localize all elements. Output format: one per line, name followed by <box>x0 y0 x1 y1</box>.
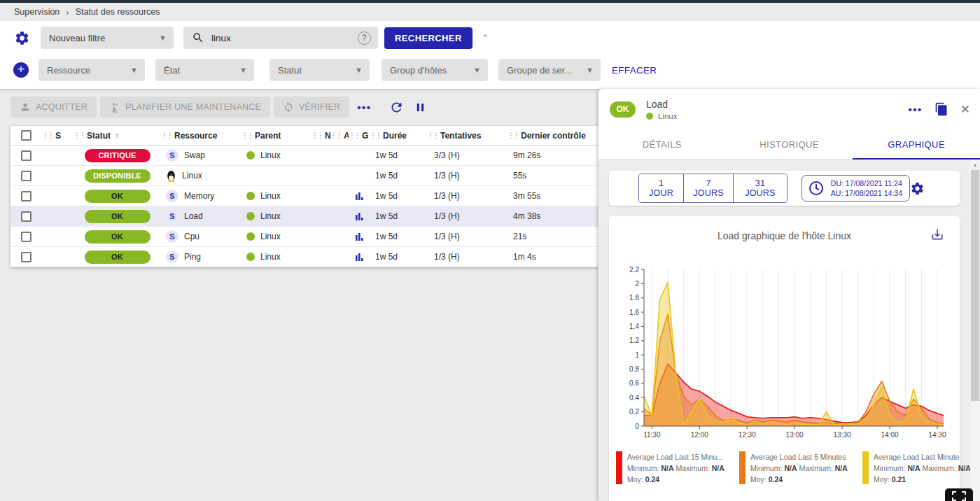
copy-link-icon[interactable] <box>934 102 948 116</box>
table-row[interactable]: OK SLoad Linux 1w 5d 1/3 (H) 4m 38s <box>10 206 598 227</box>
saved-filter-select[interactable]: Nouveau filtre ▼ <box>41 27 174 49</box>
drag-handle-icon[interactable]: ⋮⋮ <box>74 132 85 139</box>
table-row[interactable]: OK SPing Linux 1w 5d 1/3 (H) 1m 4s <box>10 247 598 267</box>
pause-icon[interactable] <box>414 101 427 114</box>
chevron-down-icon: ▼ <box>586 66 594 74</box>
panel-title: Load <box>646 99 678 110</box>
panel-header: OK Load Linux ••• ✕ <box>598 89 980 129</box>
graph-settings-gear-icon[interactable] <box>910 181 925 196</box>
svg-text:14:30: 14:30 <box>928 431 946 439</box>
date-range-picker[interactable]: DU: 17/08/2021 11:24 AU: 17/08/2021 14:3… <box>802 175 910 202</box>
filter-settings-gear-icon[interactable] <box>13 30 31 46</box>
drag-handle-icon[interactable]: ⋮⋮ <box>241 132 253 139</box>
drag-handle-icon[interactable]: ⋮⋮ <box>370 132 381 139</box>
table-row[interactable]: OK SMemory Linux 1w 5d 1/3 (H) 3m 55s <box>10 186 598 206</box>
close-panel-icon[interactable]: ✕ <box>960 102 970 117</box>
check-button[interactable]: VÉRIFIER <box>274 97 349 118</box>
time-range-button-1jour[interactable]: 1 JOUR <box>639 174 683 202</box>
drag-handle-icon[interactable]: ⋮⋮ <box>312 132 323 139</box>
service-badge: S <box>166 149 178 162</box>
column-header-dure[interactable]: ⋮⋮ Durée <box>370 131 427 141</box>
column-header-parent[interactable]: ⋮⋮ Parent <box>241 131 312 141</box>
table-row[interactable]: DISPONIBLE Linux 1w 5d 1/3 (H) 55s <box>10 166 598 186</box>
time-range-group: 1 JOUR7 JOURS31 JOURS <box>638 174 788 203</box>
column-header-derniercontrle[interactable]: ⋮⋮ Dernier contrôle <box>507 131 598 141</box>
scroll-up-arrow-icon: ▲ <box>970 160 980 167</box>
column-header-a[interactable]: ⋮⋮ A <box>330 131 349 141</box>
table-row[interactable]: OK SCpu Linux 1w 5d 1/3 (H) 21s <box>10 227 598 247</box>
filter-criteria-select-1[interactable]: État ▼ <box>155 59 254 81</box>
collapse-filters-chevron-up-icon[interactable]: ⌃ <box>482 33 489 43</box>
breadcrumb-supervision[interactable]: Supervision <box>14 7 59 17</box>
legend-item: Average Load Last 5 Minutes Minimum: N/A… <box>739 451 862 485</box>
column-header-statut[interactable]: ⋮⋮ Statut ↑ <box>74 131 161 141</box>
filter-criteria-select-4[interactable]: Groupe de ser... ▼ <box>498 59 601 81</box>
parent-status-dot <box>246 212 255 220</box>
panel-parent-label: Linux <box>658 112 678 120</box>
last-check-cell: 9m 26s <box>507 150 598 160</box>
column-header-tentatives[interactable]: ⋮⋮ Tentatives <box>427 131 507 141</box>
maintenance-worker-icon <box>109 101 120 113</box>
breadcrumb-resource-status[interactable]: Statut des ressources <box>76 7 160 17</box>
drag-handle-icon[interactable]: ⋮⋮ <box>161 132 172 139</box>
add-criteria-button[interactable]: + <box>13 62 29 78</box>
svg-text:2: 2 <box>635 280 639 288</box>
drag-handle-icon[interactable]: ⋮⋮ <box>42 132 53 139</box>
panel-tab-historique[interactable]: HISTORIQUE <box>726 129 853 159</box>
parent-status-dot <box>246 253 255 261</box>
table-row[interactable]: CRITIQUE SSwap Linux 1w 5d 3/3 (H) 9m 26… <box>10 146 598 166</box>
fullscreen-icon[interactable] <box>945 488 973 501</box>
svg-text:1.8: 1.8 <box>629 294 639 302</box>
drag-handle-icon[interactable]: ⋮⋮ <box>427 132 438 139</box>
details-panel: OK Load Linux ••• ✕ DÉTAILSHISTORIQUEGRA… <box>598 89 980 501</box>
panel-more-actions-icon[interactable]: ••• <box>908 104 922 115</box>
drag-handle-icon[interactable]: ⋮⋮ <box>349 132 360 139</box>
drag-handle-icon[interactable]: ⋮⋮ <box>330 132 342 139</box>
row-checkbox[interactable] <box>21 150 31 161</box>
search-input[interactable] <box>211 33 358 43</box>
search-help-icon[interactable]: ? <box>358 31 371 45</box>
time-range-button-31jours[interactable]: 31 JOURS <box>733 174 787 202</box>
column-header-s[interactable]: ⋮⋮ S <box>42 131 74 141</box>
load-graph[interactable]: 00.20.40.60.811.21.41.61.822.211:3012:00… <box>617 262 952 446</box>
chevron-down-icon: ▼ <box>473 66 481 74</box>
status-badge: CRITIQUE <box>85 149 150 162</box>
row-checkbox[interactable] <box>21 191 31 202</box>
service-badge: S <box>166 210 178 223</box>
graph-card: Load graphique de l'hôte Linux 00.20.40.… <box>609 216 960 501</box>
clear-filters-link[interactable]: EFFACER <box>612 65 657 76</box>
plan-maintenance-button[interactable]: PLANIFIER UNE MAINTENANCE <box>100 97 270 118</box>
row-checkbox[interactable] <box>21 252 31 262</box>
drag-handle-icon[interactable]: ⋮⋮ <box>507 132 519 139</box>
last-check-cell: 55s <box>507 171 598 181</box>
filter-criteria-select-2[interactable]: Statut ▼ <box>270 59 370 81</box>
download-graph-icon[interactable] <box>930 227 944 241</box>
panel-status-badge: OK <box>610 101 636 118</box>
sort-asc-icon: ↑ <box>115 131 119 141</box>
sync-icon <box>283 101 294 113</box>
search-button[interactable]: RECHERCHER <box>384 27 472 49</box>
panel-scrollbar[interactable]: ▲ <box>970 160 980 501</box>
select-all-checkbox[interactable] <box>21 130 31 141</box>
date-from: DU: 17/08/2021 11:24 <box>831 178 902 188</box>
status-badge: OK <box>85 190 150 203</box>
svg-text:11:30: 11:30 <box>643 431 661 439</box>
column-header-ressource[interactable]: ⋮⋮ Ressource <box>161 131 241 141</box>
refresh-icon[interactable] <box>389 100 404 115</box>
panel-tab-graphique[interactable]: GRAPHIQUE <box>853 129 980 159</box>
row-checkbox[interactable] <box>21 232 31 242</box>
row-checkbox[interactable] <box>21 211 31 222</box>
resources-list-area: ACQUITTER PLANIFIER UNE MAINTENANCE VÉRI… <box>0 89 598 501</box>
time-range-button-7jours[interactable]: 7 JOURS <box>683 174 733 202</box>
more-actions-icon[interactable]: ••• <box>357 101 371 113</box>
filter-criteria-select-3[interactable]: Group d'hôtes ▼ <box>382 59 488 81</box>
column-header-g[interactable]: ⋮⋮ G <box>349 131 370 141</box>
row-checkbox[interactable] <box>21 171 31 181</box>
panel-tab-dtails[interactable]: DÉTAILS <box>598 129 726 159</box>
acknowledge-button[interactable]: ACQUITTER <box>10 97 97 118</box>
duration-cell: 1w 5d <box>370 232 427 241</box>
svg-text:0.6: 0.6 <box>629 379 639 387</box>
scrollbar-thumb[interactable] <box>971 170 979 401</box>
filter-criteria-select-0[interactable]: Ressource ▼ <box>38 59 145 81</box>
column-header-n[interactable]: ⋮⋮ N <box>312 131 330 141</box>
